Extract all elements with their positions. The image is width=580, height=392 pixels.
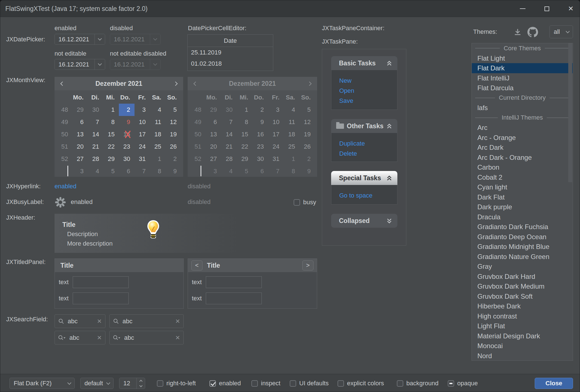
- calendar-day[interactable]: 8: [103, 116, 119, 128]
- themes-filter-combo[interactable]: all: [550, 25, 573, 38]
- theme-list-item[interactable]: Arc - Orange: [472, 133, 573, 143]
- datepicker-not-editable[interactable]: 16.12.2021: [55, 59, 105, 70]
- checkbox-right-to-left[interactable]: [157, 380, 163, 387]
- calendar-day[interactable]: 10: [135, 116, 150, 128]
- calendar-day[interactable]: 15: [103, 128, 119, 141]
- calendar-day[interactable]: 1: [150, 153, 166, 165]
- calendar-day[interactable]: 3: [135, 104, 150, 116]
- close-button[interactable]: Close: [535, 378, 573, 389]
- calendar-day[interactable]: 9: [166, 165, 181, 177]
- theme-list-item[interactable]: Arc: [472, 123, 573, 133]
- calendar-day[interactable]: 4: [88, 165, 103, 177]
- theme-list-item[interactable]: Dracula: [472, 212, 573, 222]
- search-value[interactable]: abc: [68, 318, 97, 325]
- theme-list-item[interactable]: Flat IntelliJ: [472, 73, 573, 83]
- next-button[interactable]: >: [302, 260, 313, 270]
- calendar-day[interactable]: 29: [72, 104, 88, 116]
- close-window-button[interactable]: ✕: [564, 0, 577, 17]
- github-link-button[interactable]: [527, 27, 539, 38]
- calendar-day[interactable]: 28: [88, 153, 103, 165]
- search-value[interactable]: abc: [69, 334, 97, 341]
- checkbox-opaque[interactable]: [448, 380, 454, 387]
- datepicker-dropdown-button[interactable]: [95, 59, 105, 70]
- spinner-up-button[interactable]: [137, 378, 145, 383]
- search-value[interactable]: abc: [122, 318, 175, 325]
- calendar-day[interactable]: 2: [119, 104, 135, 116]
- calendar-day[interactable]: 20: [72, 141, 88, 153]
- taskpane-link[interactable]: Go to space: [339, 191, 397, 201]
- theme-list-item[interactable]: Arc Dark - Orange: [472, 153, 573, 163]
- theme-list-item[interactable]: Gruvbox Dark Soft: [472, 291, 573, 301]
- calendar-day[interactable]: 29: [103, 153, 119, 165]
- themes-list[interactable]: Core ThemesFlat LightFlat DarkFlat Intel…: [471, 43, 573, 361]
- date-value[interactable]: 16.12.2021: [55, 34, 95, 44]
- datepicker-enabled[interactable]: 16.12.2021: [55, 34, 105, 45]
- clear-icon[interactable]: [175, 334, 180, 341]
- scrollbar-thumb[interactable]: [568, 43, 572, 182]
- calendar-day[interactable]: 9: [119, 116, 135, 128]
- calendar-next-button[interactable]: [169, 77, 181, 90]
- calendar-day[interactable]: 27: [72, 153, 88, 165]
- calendar-day[interactable]: 11: [150, 116, 166, 128]
- font-combo[interactable]: default: [80, 378, 114, 389]
- taskpane-basic-header[interactable]: Basic Tasks: [331, 56, 397, 70]
- calendar-day[interactable]: 7: [88, 116, 103, 128]
- search-field-with-menu[interactable]: abc: [55, 331, 105, 345]
- calendar-day[interactable]: 26: [166, 141, 181, 153]
- theme-list-item[interactable]: Gradianto Deep Ocean: [472, 232, 573, 242]
- search-field[interactable]: abc: [109, 314, 184, 328]
- table-row[interactable]: 25.11.2019: [188, 47, 273, 58]
- combo-button[interactable]: [64, 383, 74, 384]
- calendar-day[interactable]: 22: [103, 141, 119, 153]
- text-input[interactable]: [206, 276, 262, 288]
- theme-list-item[interactable]: Cyan light: [472, 182, 573, 192]
- text-input[interactable]: [73, 276, 129, 288]
- checkbox-explicit-colors[interactable]: [338, 380, 344, 387]
- taskpane-other-header[interactable]: Other Tasks: [331, 119, 397, 133]
- theme-list-item[interactable]: Material Design Dark: [472, 331, 573, 341]
- theme-list-item[interactable]: Gruvbox Dark Hard: [472, 272, 573, 282]
- theme-list-item[interactable]: Arc Dark: [472, 142, 573, 153]
- calendar-day[interactable]: 13: [72, 128, 88, 141]
- search-field[interactable]: abc: [55, 314, 105, 328]
- download-themes-button[interactable]: [512, 27, 523, 37]
- taskpane-link[interactable]: Open: [339, 86, 397, 96]
- theme-list-item[interactable]: Dark Flat: [472, 192, 573, 202]
- theme-list-item[interactable]: Gruvbox Dark Medium: [472, 281, 573, 291]
- date-table-header[interactable]: Date: [188, 35, 273, 47]
- calendar-day[interactable]: 21: [88, 141, 103, 153]
- theme-list-item[interactable]: lafs: [472, 103, 573, 113]
- calendar-day[interactable]: 2: [166, 153, 181, 165]
- theme-list-item[interactable]: Gradianto Dark Fuchsia: [472, 222, 573, 232]
- calendar-day[interactable]: 7: [135, 165, 150, 177]
- calendar-day[interactable]: 18: [150, 128, 166, 141]
- calendar-day[interactable]: 16: [119, 128, 135, 141]
- calendar-day[interactable]: 30: [119, 153, 135, 165]
- calendar-day[interactable]: 5: [103, 165, 119, 177]
- busy-checkbox[interactable]: [294, 199, 300, 206]
- calendar-day[interactable]: 1: [103, 104, 119, 116]
- calendar-day[interactable]: 6: [72, 116, 88, 128]
- minimize-button[interactable]: [516, 0, 529, 17]
- calendar-day[interactable]: 4: [150, 104, 166, 116]
- checkbox-ui-defaults[interactable]: [290, 380, 296, 387]
- calendar-day[interactable]: 5: [166, 104, 181, 116]
- font-size-spinner[interactable]: 12: [119, 378, 145, 389]
- theme-list-item[interactable]: Hiberbee Dark: [472, 301, 573, 311]
- theme-list-item[interactable]: Flat Dark: [472, 63, 573, 73]
- taskpane-link[interactable]: Save: [339, 96, 397, 106]
- text-input[interactable]: [73, 293, 129, 304]
- checkbox-enabled[interactable]: [209, 380, 216, 387]
- search-field-with-menu[interactable]: abc: [109, 331, 184, 345]
- datepicker-dropdown-button[interactable]: [95, 34, 105, 44]
- calendar-day[interactable]: 19: [166, 128, 181, 141]
- theme-list-item[interactable]: Nord: [472, 351, 573, 361]
- date-value[interactable]: 16.12.2021: [55, 59, 95, 70]
- theme-list-item[interactable]: Cobalt 2: [472, 172, 573, 182]
- calendar-day[interactable]: 23: [119, 141, 135, 153]
- maximize-button[interactable]: [540, 0, 553, 17]
- theme-list-item[interactable]: Gray: [472, 262, 573, 272]
- calendar-day[interactable]: 3: [72, 165, 88, 177]
- clear-icon[interactable]: [97, 334, 102, 341]
- spinner-down-button[interactable]: [137, 383, 145, 389]
